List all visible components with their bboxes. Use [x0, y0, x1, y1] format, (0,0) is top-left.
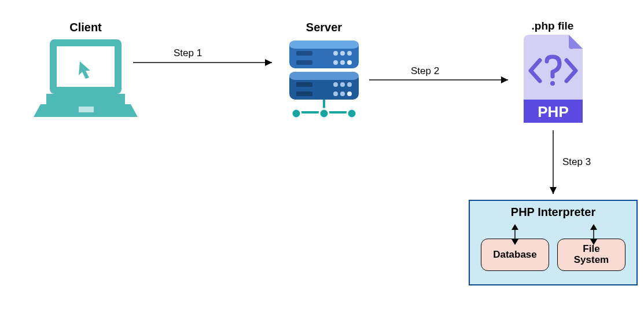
svg-marker-38: [511, 224, 518, 230]
svg-marker-42: [590, 239, 597, 245]
php-interpreter-box: PHP Interpreter Database File System: [469, 200, 638, 285]
svg-marker-36: [550, 187, 557, 194]
svg-marker-41: [590, 224, 597, 230]
svg-marker-39: [511, 239, 518, 245]
step3-label: Step 3: [562, 156, 591, 168]
interpreter-title: PHP Interpreter: [470, 206, 636, 219]
interpreter-inner-arrows: [470, 223, 639, 246]
